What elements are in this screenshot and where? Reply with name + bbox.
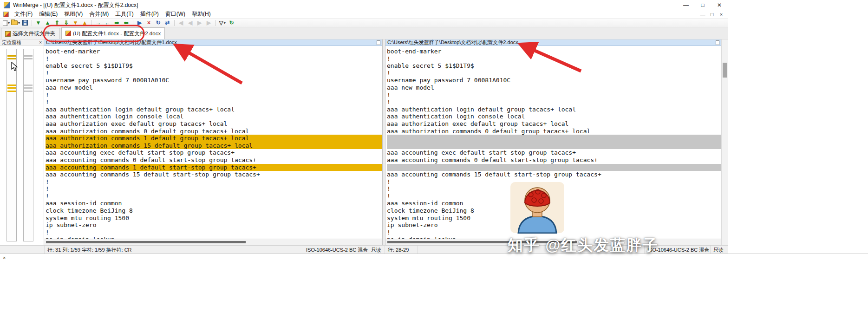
code-line[interactable]: ! — [387, 70, 721, 77]
scrollbar-thumb[interactable] — [723, 63, 727, 78]
filter-button[interactable]: ▽▾ — [218, 19, 227, 27]
scrollbar-thumb[interactable] — [46, 241, 246, 243]
code-line[interactable]: aaa accounting commands 15 default start… — [387, 171, 721, 178]
diff-gap-line[interactable] — [387, 164, 721, 171]
code-line[interactable]: boot-end-marker — [46, 48, 382, 55]
code-line[interactable]: aaa accounting exec default start-stop g… — [387, 149, 721, 156]
code-line[interactable]: boot-end-marker — [387, 48, 721, 55]
previous-conflict-button[interactable]: ▲ — [80, 19, 89, 27]
code-line[interactable]: ! — [387, 55, 721, 63]
menu-view[interactable]: 视图(V) — [61, 9, 86, 19]
right-horizontal-scrollbar[interactable] — [385, 239, 721, 245]
maximize-button[interactable]: □ — [694, 0, 711, 10]
copy-all-left-button[interactable]: ⇐ — [122, 19, 131, 27]
code-line[interactable]: aaa authorization exec default group tac… — [46, 120, 382, 128]
new-document-button[interactable]: ▾ — [2, 19, 11, 27]
previous-file-button[interactable]: ◀ — [176, 19, 185, 27]
open-button[interactable]: ▾ — [11, 19, 20, 27]
menu-help[interactable]: 帮助(H) — [189, 9, 214, 19]
scrollbar-thumb[interactable] — [387, 241, 577, 243]
diff-mark[interactable] — [7, 91, 16, 92]
pane-splitter[interactable] — [382, 39, 385, 245]
diff-mark[interactable] — [7, 55, 16, 57]
diff-mark[interactable] — [7, 87, 16, 89]
diff-mark[interactable] — [7, 58, 16, 59]
code-line[interactable]: ! — [387, 98, 721, 106]
code-line[interactable]: aaa new-model — [46, 84, 382, 91]
code-line[interactable]: ! — [46, 229, 382, 236]
copy-to-left-button[interactable]: ← — [103, 19, 112, 27]
next-file-button[interactable]: ▶ — [204, 19, 213, 27]
tab-compare-docx[interactable]: (U) 配置文件1.docx - 配置文件2.docx — [61, 27, 165, 39]
swap-panes-button[interactable]: ⇄ — [163, 19, 172, 27]
refresh-button[interactable]: ↻ — [154, 19, 163, 27]
diff-mark[interactable] — [7, 85, 16, 86]
code-line[interactable]: ! — [46, 193, 382, 200]
copy-to-right-button[interactable]: → — [94, 19, 103, 27]
left-horizontal-scrollbar[interactable] — [44, 239, 382, 245]
code-line[interactable]: aaa authentication login default group t… — [387, 106, 721, 113]
right-pane-header[interactable]: C:\Users\红头发蓝胖子\Desktop\文档对比\配置文件2.docx — [385, 39, 721, 46]
code-line[interactable]: ! — [46, 178, 382, 186]
code-line[interactable]: aaa authorization commands 0 default gro… — [46, 128, 382, 135]
code-line[interactable]: ! — [46, 70, 382, 77]
next-conflict-button[interactable]: ▼ — [71, 19, 80, 27]
menu-merge[interactable]: 合并(M) — [86, 9, 112, 19]
menu-tools[interactable]: 工具(T) — [112, 9, 137, 19]
location-strip-left[interactable] — [7, 49, 17, 241]
auto-merge-button[interactable]: ▶ — [135, 19, 144, 27]
diff-mark[interactable] — [24, 58, 33, 59]
code-line[interactable]: aaa accounting commands 15 default start… — [46, 171, 382, 178]
code-line[interactable]: aaa authorization commands 0 default gro… — [387, 128, 721, 135]
menu-plugins[interactable]: 插件(P) — [137, 9, 162, 19]
diff-mark[interactable] — [24, 85, 33, 86]
code-line[interactable]: aaa authentication login console local — [46, 113, 382, 120]
code-line[interactable]: ! — [387, 91, 721, 99]
code-line[interactable]: ip subnet-zero — [46, 221, 382, 229]
code-line[interactable]: ! — [46, 98, 382, 106]
delete-button[interactable]: × — [144, 19, 153, 27]
left-pane-content[interactable]: boot-end-marker!enable secret 5 $1$D1T9$… — [44, 46, 382, 239]
diff-highlight-line[interactable]: aaa authorization commands 15 default gr… — [46, 142, 382, 150]
recompare-button[interactable]: ↻ — [227, 19, 236, 27]
next-difference-button[interactable]: ▼ — [34, 19, 43, 27]
first-difference-button[interactable]: ⇑ — [52, 19, 61, 27]
menu-edit[interactable]: 编辑(E) — [36, 9, 61, 19]
tab-select-files[interactable]: 选择文件或文件夹 — [1, 28, 59, 39]
diff-mark[interactable] — [24, 87, 33, 89]
menu-file[interactable]: 文件(F) — [11, 9, 36, 19]
mdi-close-button[interactable]: × — [717, 12, 726, 17]
code-line[interactable]: enable secret 5 $1$D1T9$ — [387, 62, 721, 70]
code-line[interactable]: aaa accounting exec default start-stop g… — [46, 149, 382, 156]
code-line[interactable]: ! — [46, 185, 382, 193]
diff-gap-line[interactable] — [387, 142, 721, 150]
diff-mark[interactable] — [24, 91, 33, 92]
diff-highlight-line[interactable]: aaa accounting commands 1 default start-… — [46, 164, 382, 171]
last-difference-button[interactable]: ⇓ — [62, 19, 71, 27]
location-strip-right[interactable] — [23, 49, 33, 241]
diff-gap-line[interactable] — [387, 135, 721, 142]
diff-highlight-line[interactable]: aaa authorization commands 1 default gro… — [46, 135, 382, 142]
code-line[interactable]: aaa session-id common — [46, 200, 382, 207]
mdi-restore-button[interactable]: □ — [707, 12, 717, 17]
code-line[interactable]: aaa new-model — [387, 84, 721, 91]
next-page-button[interactable]: ▶ — [195, 19, 204, 27]
code-line[interactable]: username pay password 7 00081A010C — [387, 77, 721, 84]
save-button[interactable] — [20, 19, 29, 27]
minimize-button[interactable]: — — [678, 0, 694, 10]
left-pane-header[interactable]: C:\Users\红头发蓝胖子\Desktop\文档对比\配置文件1.docx — [44, 39, 382, 46]
code-line[interactable]: ! — [46, 55, 382, 63]
code-line[interactable]: ! — [46, 91, 382, 99]
right-pane-content[interactable]: boot-end-marker!enable secret 5 $1$D1T9$… — [385, 46, 721, 239]
code-line[interactable]: system mtu routing 1500 — [46, 215, 382, 222]
code-line[interactable]: username pay password 7 00081A010C — [46, 77, 382, 84]
previous-page-button[interactable]: ◀ — [186, 19, 195, 27]
mdi-minimize-button[interactable]: — — [698, 12, 707, 17]
code-line[interactable]: clock timezone BeiJing 8 — [46, 207, 382, 215]
previous-difference-button[interactable]: ▲ — [43, 19, 52, 27]
code-line[interactable]: enable secret 5 $1$D1T9$ — [46, 62, 382, 70]
location-pane-close-button[interactable]: × — [39, 40, 42, 45]
code-line[interactable]: aaa authentication login console local — [387, 113, 721, 120]
code-line[interactable]: aaa authentication login default group t… — [46, 106, 382, 113]
vertical-scrollbar[interactable] — [721, 39, 728, 245]
